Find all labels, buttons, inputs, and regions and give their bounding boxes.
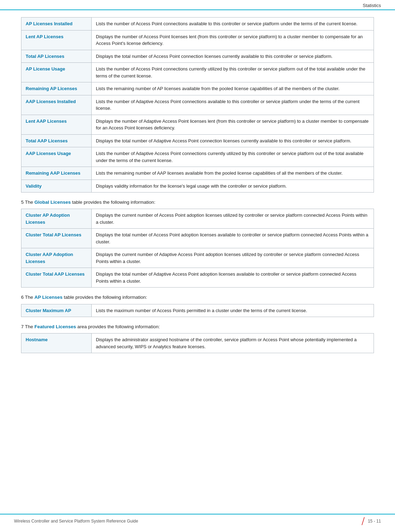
section7-intro: 7 The Featured Licenses area provides th… bbox=[21, 323, 374, 330]
label-ap-license-usage: AP License Usage bbox=[21, 63, 92, 82]
desc-cluster-aap-adoption: Displays the current number of Adaptive … bbox=[92, 248, 374, 268]
global-licenses-table: Cluster AP Adoption Licenses Displays th… bbox=[21, 209, 374, 288]
label-cluster-total-aap: Cluster Total AAP Licenses bbox=[21, 268, 92, 288]
table-row: Cluster Total AP Licenses Displays the t… bbox=[21, 229, 374, 248]
section5-pre: 5 The bbox=[21, 200, 34, 205]
label-aap-licenses-installed: AAP Licenses Installed bbox=[21, 95, 92, 115]
section7-pre: 7 The bbox=[21, 324, 34, 329]
desc-ap-licenses-installed: Lists the number of Access Point connect… bbox=[92, 18, 374, 31]
desc-total-aap-licenses: Displays the total number of Adaptive Ac… bbox=[92, 134, 374, 147]
desc-cluster-total-aap: Displays the total number of Adaptive Ac… bbox=[92, 268, 374, 288]
page-header: Statistics bbox=[0, 0, 395, 10]
label-aap-licenses-usage: AAP Licenses Usage bbox=[21, 147, 92, 167]
section5-bold: Global Licenses bbox=[34, 200, 71, 205]
footer-right: ╱ 15 - 11 bbox=[361, 517, 381, 525]
footer-left: Wireless Controller and Service Platform… bbox=[14, 519, 138, 524]
desc-total-ap-licenses: Displays the total number of Access Poin… bbox=[92, 50, 374, 63]
first-table: AP Licenses Installed Lists the number o… bbox=[21, 17, 374, 193]
footer-slash-icon: ╱ bbox=[361, 517, 366, 525]
label-total-ap-licenses: Total AP Licenses bbox=[21, 50, 92, 63]
label-validity: Validity bbox=[21, 180, 92, 193]
table-row: Total AAP Licenses Displays the total nu… bbox=[21, 134, 374, 147]
desc-aap-licenses-installed: Lists the number of Adaptive Access Poin… bbox=[92, 95, 374, 115]
label-cluster-total-ap: Cluster Total AP Licenses bbox=[21, 229, 92, 248]
section7-bold: Featured Licenses bbox=[34, 324, 76, 329]
desc-cluster-ap-adoption: Displays the current number of Access Po… bbox=[92, 209, 374, 229]
table-row: Total AP Licenses Displays the total num… bbox=[21, 50, 374, 63]
table-row: Hostname Displays the administrator assi… bbox=[21, 334, 374, 353]
section5-post: table provides the following information… bbox=[71, 200, 156, 205]
section6-intro: 6 The AP Licenses table provides the fol… bbox=[21, 294, 374, 301]
desc-aap-licenses-usage: Lists the number of Adaptive Access Poin… bbox=[92, 147, 374, 167]
table-row: Validity Displays validity information f… bbox=[21, 180, 374, 193]
table-row: Lent AP Licenses Displays the number of … bbox=[21, 30, 374, 50]
desc-validity: Displays validity information for the li… bbox=[92, 180, 374, 193]
desc-lent-aap-licenses: Displays the number of Adaptive Access P… bbox=[92, 115, 374, 134]
desc-cluster-max-ap: Lists the maximum number of Access Point… bbox=[92, 304, 374, 317]
label-cluster-aap-adoption: Cluster AAP Adoption Licenses bbox=[21, 248, 92, 268]
section6-pre: 6 The bbox=[21, 295, 34, 300]
featured-licenses-table: Hostname Displays the administrator assi… bbox=[21, 333, 374, 353]
page-footer: Wireless Controller and Service Platform… bbox=[0, 514, 395, 525]
table-row: Cluster AAP Adoption Licenses Displays t… bbox=[21, 248, 374, 268]
label-ap-licenses-installed: AP Licenses Installed bbox=[21, 18, 92, 31]
table-row: AAP Licenses Usage Lists the number of A… bbox=[21, 147, 374, 167]
desc-remaining-aap-licenses: Lists the remaining number of AAP licens… bbox=[92, 167, 374, 180]
label-cluster-max-ap: Cluster Maximum AP bbox=[21, 304, 92, 317]
table-row: Remaining AAP Licenses Lists the remaini… bbox=[21, 167, 374, 180]
table-row: Remaining AP Licenses Lists the remainin… bbox=[21, 82, 374, 95]
footer-page-number: 15 - 11 bbox=[368, 519, 381, 524]
label-lent-aap-licenses: Lent AAP Licenses bbox=[21, 115, 92, 134]
section6-post: table provides the following information… bbox=[62, 295, 147, 300]
label-cluster-ap-adoption: Cluster AP Adoption Licenses bbox=[21, 209, 92, 229]
section5-intro: 5 The Global Licenses table provides the… bbox=[21, 199, 374, 206]
label-remaining-ap-licenses: Remaining AP Licenses bbox=[21, 82, 92, 95]
table-row: AAP Licenses Installed Lists the number … bbox=[21, 95, 374, 115]
label-lent-ap-licenses: Lent AP Licenses bbox=[21, 30, 92, 50]
section6-bold: AP Licenses bbox=[34, 295, 62, 300]
ap-licenses-table: Cluster Maximum AP Lists the maximum num… bbox=[21, 304, 374, 317]
table-row: Cluster Maximum AP Lists the maximum num… bbox=[21, 304, 374, 317]
desc-hostname: Displays the administrator assigned host… bbox=[92, 334, 374, 353]
desc-ap-license-usage: Lists the number of Access Point connect… bbox=[92, 63, 374, 82]
table-row: Lent AAP Licenses Displays the number of… bbox=[21, 115, 374, 134]
table-row: AP Licenses Installed Lists the number o… bbox=[21, 18, 374, 31]
label-remaining-aap-licenses: Remaining AAP Licenses bbox=[21, 167, 92, 180]
table-row: Cluster Total AAP Licenses Displays the … bbox=[21, 268, 374, 288]
table-row: AP License Usage Lists the number of Acc… bbox=[21, 63, 374, 82]
label-hostname: Hostname bbox=[21, 334, 92, 353]
desc-cluster-total-ap: Displays the total number of Access Poin… bbox=[92, 229, 374, 248]
label-total-aap-licenses: Total AAP Licenses bbox=[21, 134, 92, 147]
desc-lent-ap-licenses: Displays the number of Access Point lice… bbox=[92, 30, 374, 50]
desc-remaining-ap-licenses: Lists the remaining number of AP license… bbox=[92, 82, 374, 95]
section7-post: area provides the following information: bbox=[76, 324, 160, 329]
header-title: Statistics bbox=[363, 3, 381, 8]
table-row: Cluster AP Adoption Licenses Displays th… bbox=[21, 209, 374, 229]
